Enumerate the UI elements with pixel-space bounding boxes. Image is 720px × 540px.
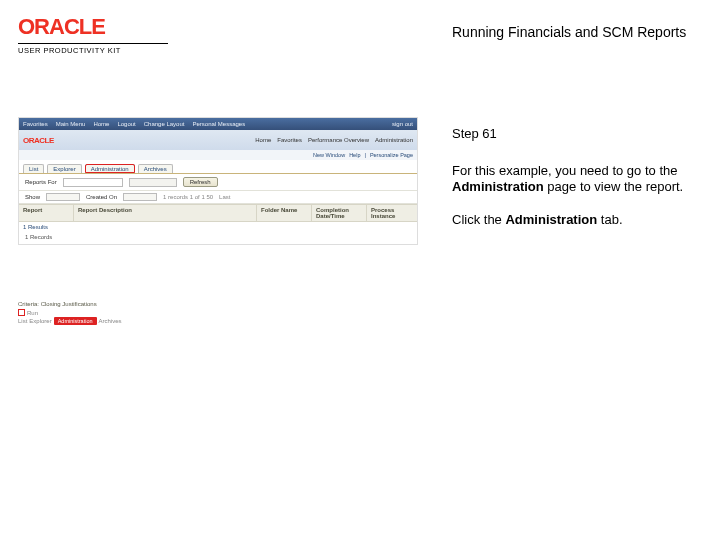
topbar-item[interactable]: Personal Messages <box>192 121 245 127</box>
show-select[interactable] <box>46 193 80 201</box>
instruction-paragraph: For this example, you need to go to the … <box>452 163 702 196</box>
app-subbar: New Window Help | Personalize Page <box>19 150 417 160</box>
col-header: Report <box>19 205 74 221</box>
filter-row: Show Created On 1 records 1 of 1 50 Last <box>19 191 417 204</box>
row-report-link[interactable]: 1 Results <box>19 222 74 232</box>
topbar-item[interactable]: Main Menu <box>56 121 86 127</box>
header-link[interactable]: Home <box>255 137 271 143</box>
subbar-sep: | <box>364 152 365 158</box>
pager-last[interactable]: Last <box>219 194 230 200</box>
col-header: Folder Name <box>257 205 312 221</box>
tabs-row: List Explorer Administration Archives <box>19 160 417 174</box>
brand-block: ORACLE USER PRODUCTIVITY KIT <box>18 14 168 55</box>
topbar-item[interactable]: Favorites <box>23 121 48 127</box>
brand-divider <box>18 43 168 44</box>
instr-text: For this example, you need to go to the <box>452 163 677 178</box>
doc-title: Running Financials and SCM Reports <box>452 24 702 40</box>
oracle-mini-logo: ORACLE <box>23 136 54 145</box>
refresh-button[interactable]: Refresh <box>183 177 218 187</box>
inset-tab[interactable]: Explorer <box>29 318 51 324</box>
inset-title: Criteria: Closing Justifications <box>18 301 163 307</box>
grid-footer: 1 Records <box>19 232 417 244</box>
instr-text: tab. <box>597 212 622 227</box>
show-label: Show <box>25 194 40 200</box>
subbar-link[interactable]: New Window <box>313 152 345 158</box>
header-link[interactable]: Favorites <box>277 137 302 143</box>
reports-for-input[interactable] <box>63 178 123 187</box>
reports-for-select[interactable] <box>129 178 177 187</box>
grid-header: Report Report Description Folder Name Co… <box>19 204 417 222</box>
instr-bold: Administration <box>452 179 544 194</box>
inset-tab-administration[interactable]: Administration <box>54 317 97 325</box>
created-select[interactable] <box>123 193 157 201</box>
table-row: 1 Results <box>19 222 417 232</box>
col-header: Completion Date/Time <box>312 205 367 221</box>
app-screenshot: Favorites Main Menu Home Logout Change L… <box>18 117 418 245</box>
header-link[interactable]: Performance Overview <box>308 137 369 143</box>
oracle-logo: ORACLE <box>18 14 105 40</box>
col-header: Process Instance <box>367 205 417 221</box>
col-header: Report Description <box>74 205 257 221</box>
reports-for-label: Reports For <box>25 179 57 185</box>
topbar-item[interactable]: Home <box>93 121 109 127</box>
inset-tab[interactable]: Archives <box>99 318 122 324</box>
tab-administration[interactable]: Administration <box>85 164 135 173</box>
brand-subtitle: USER PRODUCTIVITY KIT <box>18 46 121 55</box>
created-label: Created On <box>86 194 117 200</box>
instruction-paragraph: Click the Administration tab. <box>452 212 702 228</box>
tab-list[interactable]: List <box>23 164 44 173</box>
instr-text: Click the <box>452 212 505 227</box>
header-link[interactable]: Administration <box>375 137 413 143</box>
instr-text: page to view the report. <box>544 179 683 194</box>
search-row: Reports For Refresh <box>19 174 417 191</box>
topbar-item[interactable]: Logout <box>117 121 135 127</box>
highlight-box-icon <box>18 309 25 316</box>
app-header: ORACLE Home Favorites Performance Overvi… <box>19 130 417 150</box>
pager-text: 1 records 1 of 1 50 <box>163 194 213 200</box>
topbar-item[interactable]: Change Layout <box>144 121 185 127</box>
inset-tabs: List Explorer Administration Archives <box>18 317 163 325</box>
inset-tab[interactable]: List <box>18 318 27 324</box>
instr-bold: Administration <box>505 212 597 227</box>
tab-archives[interactable]: Archives <box>138 164 173 173</box>
inset-screenshot: Criteria: Closing Justifications Run Lis… <box>18 301 163 325</box>
step-label: Step 61 <box>452 126 702 141</box>
subbar-link[interactable]: Help <box>349 152 360 158</box>
signout-link[interactable]: sign out <box>392 121 413 127</box>
subbar-link[interactable]: Personalize Page <box>370 152 413 158</box>
inset-row: Run <box>18 309 163 316</box>
tab-explorer[interactable]: Explorer <box>47 164 81 173</box>
inset-run-label: Run <box>27 310 38 316</box>
app-topbar: Favorites Main Menu Home Logout Change L… <box>19 118 417 130</box>
